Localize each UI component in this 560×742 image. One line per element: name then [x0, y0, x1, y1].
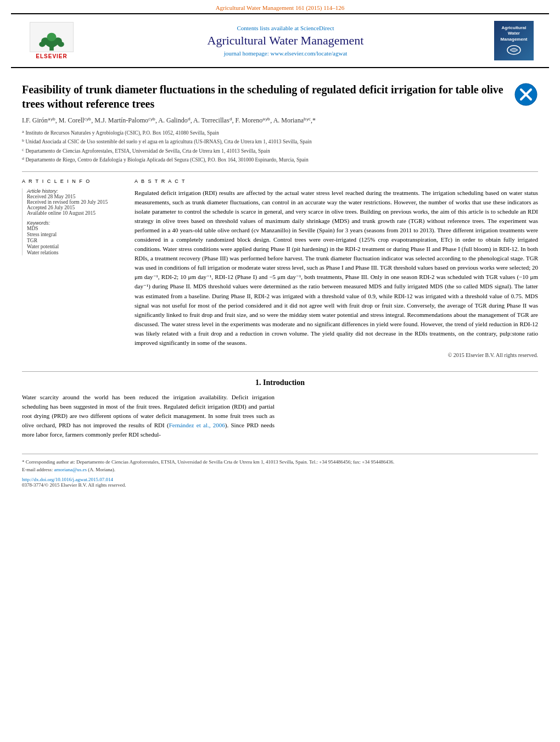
ref-fernandez[interactable]: Fernández et al., 2006: [169, 422, 225, 428]
journal-homepage-link[interactable]: www.elsevier.com/locate/agwat: [271, 50, 348, 57]
affil-a: ᵃ Instituto de Recursos Naturales y Agro…: [22, 129, 507, 137]
article-history: Article history: Received 28 May 2015 Re…: [27, 188, 124, 216]
copyright-line: © 2015 Elsevier B.V. All rights reserved…: [135, 352, 538, 358]
doi-link[interactable]: http://dx.doi.org/10.1016/j.agwat.2015.0…: [22, 477, 113, 482]
keyword-3: Water potential: [27, 244, 124, 249]
available-date: Available online 10 August 2015: [27, 210, 124, 216]
email-link[interactable]: amoriana@us.es: [54, 467, 87, 472]
svg-point-6: [47, 33, 56, 41]
keywords-label: Keywords:: [27, 220, 124, 226]
doi-line: http://dx.doi.org/10.1016/j.agwat.2015.0…: [22, 477, 538, 482]
contents-available-text: Contents lists available at ScienceDirec…: [79, 25, 492, 31]
journal-title-header: Agricultural Water Management: [79, 34, 492, 48]
intro-paragraph: Water scarcity around the world has been…: [22, 393, 275, 439]
header-center: Contents lists available at ScienceDirec…: [79, 25, 492, 57]
issn-line: 0378-3774/© 2015 Elsevier B.V. All right…: [22, 482, 538, 488]
footnote-text: * Corresponding author at: Departamento …: [22, 459, 538, 466]
crossmark-badge: [514, 82, 538, 165]
article-info-box: Article history: Received 28 May 2015 Re…: [22, 188, 124, 255]
section-1-title: 1. Introduction: [22, 378, 538, 387]
right-column: A B S T R A C T Regulated deficit irriga…: [135, 178, 538, 358]
keyword-1: Stress integral: [27, 232, 124, 237]
bottom-footer: * Corresponding author at: Departamento …: [22, 454, 538, 488]
email-label: E-mail address:: [22, 467, 53, 472]
elsevier-image: [30, 22, 74, 52]
journal-citation-bar: Agricultural Water Management 161 (2015)…: [0, 0, 560, 13]
footnote-star-text: * Corresponding author at: Departamento …: [22, 459, 394, 465]
introduction-section: 1. Introduction Water scarcity around th…: [0, 371, 560, 443]
article-info-label: A R T I C L E I N F O: [22, 178, 124, 184]
crossmark-icon: [514, 82, 538, 107]
article-content: Feasibility of trunk diameter fluctuatio…: [0, 68, 560, 358]
email-footnote: E-mail address: amoriana@us.es (A. Moria…: [22, 466, 538, 474]
revised-date: Received in revised form 20 July 2015: [27, 199, 124, 205]
authors-line: I.F. Girónᵃʸᵇ, M. Corellᶜʸᵇ, M.J. Martín…: [22, 116, 507, 125]
svg-point-5: [58, 42, 64, 47]
article-title: Feasibility of trunk diameter fluctuatio…: [22, 82, 507, 111]
email-name: (A. Moriana).: [88, 467, 115, 472]
journal-logo-icon: [506, 44, 522, 56]
affil-d: ᵈ Departamento de Riego, Centro de Edafo…: [22, 156, 507, 164]
accepted-date: Accepted 26 July 2015: [27, 205, 124, 210]
affiliations: ᵃ Instituto de Recursos Naturales y Agro…: [22, 129, 507, 164]
received-date: Received 28 May 2015: [27, 194, 124, 199]
journal-header: ELSEVIER Contents lists available at Sci…: [11, 13, 549, 68]
keywords-list: MDS Stress integral TGR Water potential …: [27, 226, 124, 255]
sciencedirect-link[interactable]: ScienceDirect: [300, 25, 334, 31]
journal-citation-text: Agricultural Water Management 161 (2015)…: [216, 4, 345, 11]
divider-2: [22, 371, 538, 372]
affil-b: ᵇ Unidad Asociada al CSIC de Uso sosteni…: [22, 138, 507, 146]
page: Agricultural Water Management 161 (2015)…: [0, 0, 560, 742]
journal-logo-text: AgriculturalWaterManagement: [501, 25, 528, 42]
elsevier-label-text: ELSEVIER: [36, 53, 67, 59]
article-info-abstract: A R T I C L E I N F O Article history: R…: [22, 178, 538, 358]
intro-col-right: [285, 393, 538, 443]
divider-1: [22, 171, 538, 172]
intro-col-left: Water scarcity around the world has been…: [22, 393, 275, 443]
left-column: A R T I C L E I N F O Article history: R…: [22, 178, 124, 358]
elsevier-logo: ELSEVIER: [24, 22, 79, 59]
journal-logo-right: AgriculturalWaterManagement: [492, 21, 536, 60]
section-number: 1.: [255, 378, 263, 387]
article-title-section: Feasibility of trunk diameter fluctuatio…: [22, 82, 538, 165]
journal-logo-box: AgriculturalWaterManagement: [494, 21, 534, 60]
section-title: Introduction: [263, 378, 305, 387]
abstract-text: Regulated deficit irrigation (RDI) resul…: [135, 188, 538, 348]
article-title-text: Feasibility of trunk diameter fluctuatio…: [22, 82, 507, 165]
history-label: Article history:: [27, 188, 124, 194]
intro-two-col: Water scarcity around the world has been…: [22, 393, 538, 443]
affil-c: ᶜ Departamento de Ciencias Agroforestale…: [22, 147, 507, 155]
keyword-0: MDS: [27, 226, 124, 231]
keyword-4: Water relations: [27, 250, 124, 255]
svg-point-4: [39, 42, 45, 47]
elsevier-tree-icon: [35, 31, 68, 52]
keywords-group: Keywords: MDS Stress integral TGR Water …: [27, 220, 124, 255]
journal-homepage-text: journal homepage: www.elsevier.com/locat…: [79, 50, 492, 57]
abstract-label: A B S T R A C T: [135, 178, 538, 184]
keyword-2: TGR: [27, 238, 124, 243]
